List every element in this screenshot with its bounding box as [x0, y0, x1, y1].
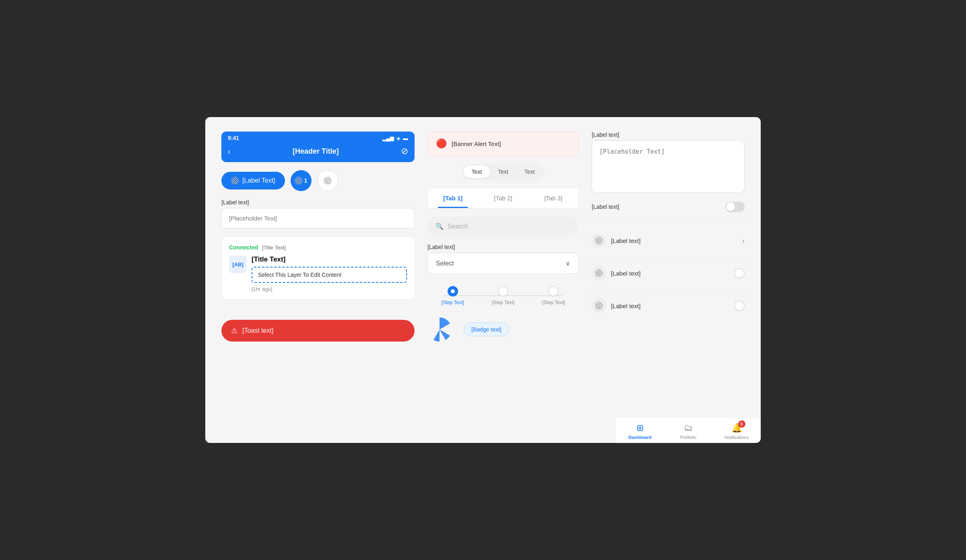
- list-row-2: [Label text]: [592, 297, 745, 315]
- list-row-0-label: [Label text]: [611, 237, 737, 244]
- header-action-icon[interactable]: ⊘: [401, 146, 408, 156]
- primary-button[interactable]: [Label Text]: [221, 172, 285, 189]
- avatar: [AB]: [229, 255, 247, 273]
- step-circle-0: [448, 286, 458, 296]
- divider-1: [592, 257, 745, 257]
- spinner: [427, 317, 452, 342]
- stepper: [Step Text] [Step Text] [Step Text]: [427, 282, 579, 309]
- step-label-1: [Step Text]: [492, 300, 514, 305]
- status-time: 9:41: [228, 135, 239, 141]
- list-row-0-icon: [592, 233, 606, 248]
- select-group: [Label text] Select ∨: [427, 244, 579, 274]
- left-input-group: [Label text]: [221, 199, 415, 229]
- select-value: Select: [436, 260, 454, 267]
- list-row-2-icon: [592, 299, 606, 313]
- badge-icon: [295, 177, 303, 185]
- list-row-1: [Label text]: [592, 264, 745, 282]
- list-rows: [Label text] › [Label text]: [592, 232, 745, 315]
- textarea-group: [Label text]: [592, 132, 745, 193]
- nav-label-notifications: Notifications: [724, 435, 749, 440]
- status-icons: ▂▄▆ ◈ ▬: [382, 135, 408, 141]
- search-icon: 🔍: [436, 222, 444, 230]
- buttons-row: [Label Text] 1: [221, 170, 415, 191]
- step-0: [Step Text]: [427, 286, 478, 305]
- left-input-label: [Label text]: [221, 199, 415, 206]
- tab-2[interactable]: [Tab 3]: [528, 188, 578, 208]
- step-2: [Step Text]: [528, 286, 579, 305]
- radio-button-1[interactable]: [734, 268, 745, 278]
- toggle-switch[interactable]: [725, 202, 745, 212]
- nav-label-dashboard: Dashboard: [628, 435, 651, 440]
- loader-badge-row: [Badge text]: [427, 317, 579, 342]
- icon-only-button[interactable]: [317, 170, 338, 191]
- search-placeholder: Search: [448, 223, 468, 230]
- card-main: [AB] [Title Text] Select This Layer To E…: [229, 255, 407, 292]
- right-column: [Label text] [Label text] [Label text] ›: [592, 132, 745, 342]
- tab-1[interactable]: [Tab 2]: [478, 188, 528, 208]
- left-column: 9:41 ▂▄▆ ◈ ▬ ‹ [Header Title] ⊘ [: [221, 132, 415, 342]
- step-circle-2: [548, 286, 559, 296]
- nav-item-portfolio[interactable]: 🗂 Portfolio: [664, 423, 712, 440]
- step-1: [Step Text]: [478, 286, 528, 305]
- card-status: Connected: [229, 244, 258, 251]
- badge-count-label: 1: [304, 177, 308, 184]
- divider-2: [592, 289, 745, 290]
- card: Connected [Title Text] [AB] [Title Text]…: [221, 237, 415, 300]
- list-row-1-icon: [592, 266, 606, 280]
- alert-text: [Banner Alert Text]: [452, 140, 501, 147]
- back-icon[interactable]: ‹: [228, 147, 231, 156]
- chevron-down-icon: ∨: [566, 259, 570, 267]
- list-row-1-label: [Label text]: [611, 270, 729, 277]
- icon-btn-icon: [324, 177, 332, 185]
- toggle-row: [Label text]: [592, 202, 745, 212]
- nav-item-notifications[interactable]: 🔔 5 Notifications: [712, 423, 761, 440]
- tab-0[interactable]: [Tab 1]: [428, 188, 478, 208]
- nav-badge: 🔔 5: [731, 423, 742, 433]
- list-icon-2: [595, 302, 603, 310]
- middle-column: 🔴 [Banner Alert Text] Text Text Text [Ta…: [427, 132, 579, 342]
- battery-icon: ▬: [403, 135, 408, 141]
- nav-bar: ‹ [Header Title] ⊘: [221, 143, 415, 162]
- chevron-right-icon[interactable]: ›: [742, 237, 745, 245]
- screen: 9:41 ▂▄▆ ◈ ▬ ‹ [Header Title] ⊘ [: [205, 117, 761, 443]
- radio-button-2[interactable]: [734, 301, 745, 311]
- left-input-field[interactable]: [221, 208, 415, 229]
- badge-pill: [Badge text]: [464, 323, 509, 336]
- header-title: [Header Title]: [293, 147, 339, 156]
- card-meta-title: [Title Text]: [262, 245, 286, 251]
- nav-item-dashboard[interactable]: ⊞ Dashboard: [616, 423, 664, 440]
- card-time: [1hr ago]: [252, 286, 407, 292]
- step-label-2: [Step Text]: [542, 300, 565, 305]
- alert-icon: 🔴: [436, 138, 447, 149]
- search-field[interactable]: 🔍 Search: [427, 217, 579, 236]
- signal-icon: ▂▄▆: [382, 135, 394, 141]
- toast: ⚠ [Toast text]: [221, 320, 415, 342]
- card-title: [Title Text]: [252, 255, 407, 264]
- tabs-container: [Tab 1] [Tab 2] [Tab 3]: [427, 188, 579, 209]
- segment-item-1[interactable]: Text: [490, 165, 516, 178]
- toast-text: [Toast text]: [242, 327, 273, 334]
- banner-alert: 🔴 [Banner Alert Text]: [427, 132, 579, 156]
- select-dropdown[interactable]: Select ∨: [427, 253, 579, 274]
- list-icon-0: [595, 237, 603, 245]
- list-icon-1: [595, 269, 603, 277]
- toast-icon: ⚠: [231, 326, 237, 335]
- nav-label-portfolio: Portfolio: [680, 435, 696, 440]
- step-label-0: [Step Text]: [441, 300, 464, 305]
- card-edit-hint[interactable]: Select This Layer To Edit Content: [252, 267, 407, 283]
- segment-control: Text Text Text: [462, 164, 544, 180]
- list-row-2-label: [Label text]: [611, 303, 729, 309]
- button-icon: [231, 177, 239, 185]
- wifi-icon: ◈: [396, 135, 400, 141]
- badge-button[interactable]: 1: [291, 170, 312, 191]
- phone-header: 9:41 ▂▄▆ ◈ ▬ ‹ [Header Title] ⊘: [221, 132, 415, 162]
- segment-item-2[interactable]: Text: [516, 165, 543, 178]
- textarea-label: [Label text]: [592, 132, 745, 138]
- portfolio-icon: 🗂: [684, 423, 693, 433]
- card-status-row: Connected [Title Text]: [229, 244, 407, 251]
- tabs-header: [Tab 1] [Tab 2] [Tab 3]: [428, 188, 578, 208]
- textarea-field[interactable]: [592, 140, 745, 193]
- segment-item-0[interactable]: Text: [463, 165, 490, 178]
- bottom-nav: ⊞ Dashboard 🗂 Portfolio 🔔 5 Notification…: [616, 418, 761, 443]
- primary-button-label: [Label Text]: [242, 177, 275, 184]
